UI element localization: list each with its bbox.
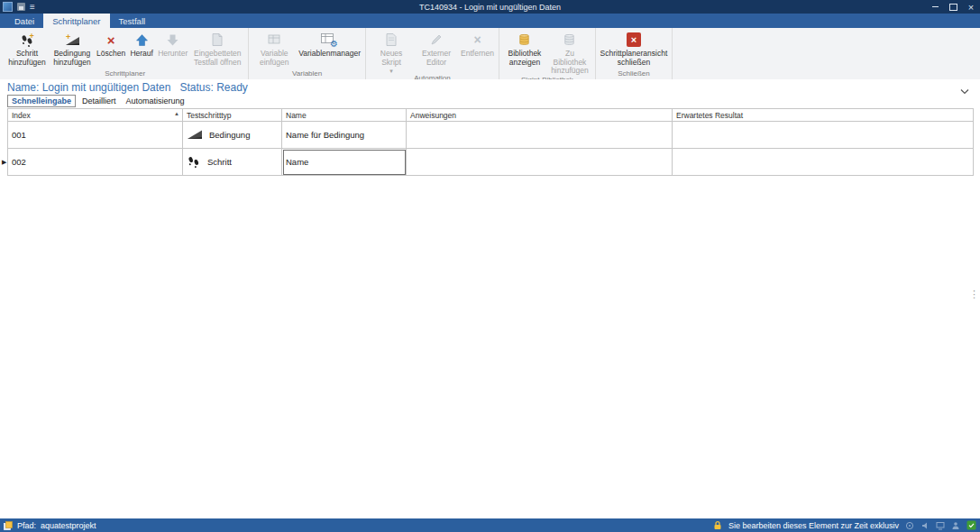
anweisungen-cell[interactable] — [407, 122, 673, 149]
exclusive-edit-message: Sie bearbeiten dieses Element zur Zeit e… — [728, 521, 899, 530]
testcase-header-bar: Name: Login mit ungültigen Daten Status:… — [0, 79, 980, 95]
erwartetes-resultat-cell[interactable] — [673, 122, 974, 149]
testcase-name-label: Name: Login mit ungültigen Daten — [7, 81, 170, 94]
button-label: Variable einfügen — [253, 50, 295, 67]
column-header-name[interactable]: Name — [282, 109, 407, 122]
monitor-icon[interactable] — [936, 521, 945, 530]
testschritttyp-value: Bedingung — [209, 130, 250, 140]
footsteps-add-icon: + — [20, 32, 35, 48]
herauf-button[interactable]: Herauf — [127, 29, 156, 59]
sort-ascending-icon: ▲ — [174, 111, 179, 116]
entfernen-button[interactable]: × Entfernen — [459, 29, 496, 59]
zu-bibliothek-hinzufuegen-button[interactable]: Zu Bibliothek hinzufügen — [547, 29, 592, 76]
anweisungen-cell[interactable] — [407, 149, 673, 176]
column-header-index[interactable]: Index ▲ — [8, 109, 183, 122]
tab-schnelleingabe[interactable]: Schnelleingabe — [7, 95, 76, 107]
ribbon-group-variablen: Variable einfügen ⚙ Variablenmanager Var… — [249, 28, 366, 79]
button-label: Eingebetteten Testfall öffnen — [191, 50, 243, 67]
close-button[interactable]: × — [962, 0, 980, 14]
button-label: Schritt hinzufügen — [6, 50, 48, 67]
ribbon: + Schritt hinzufügen + Bedingung hinzufü… — [0, 28, 980, 80]
tab-testfall[interactable]: Testfall — [110, 14, 155, 28]
externer-editor-button[interactable]: Externer Editor — [414, 29, 459, 67]
window-controls: × — [926, 0, 980, 14]
bedingung-wedge-icon — [187, 128, 203, 142]
ribbon-tab-strip: Datei Schrittplaner Testfall — [0, 14, 980, 28]
table-header-row: Index ▲ Testschritttyp Name Anweisungen … — [8, 109, 974, 122]
variable-manager-gear-icon: ⚙ — [321, 32, 339, 48]
tab-schrittplaner[interactable]: Schrittplaner — [43, 14, 109, 28]
variable-einfuegen-button[interactable]: Variable einfügen — [252, 29, 297, 67]
testschritttyp-cell[interactable]: Bedingung — [183, 122, 282, 149]
user-icon[interactable] — [951, 521, 960, 530]
testschritttyp-value: Schritt — [207, 157, 232, 167]
testschritttyp-cell[interactable]: Schritt — [183, 149, 282, 176]
minimize-button[interactable] — [926, 0, 944, 14]
button-label: Bibliothek anzeigen — [504, 50, 545, 67]
variable-grid-icon — [267, 32, 281, 48]
minimize-icon — [932, 6, 939, 7]
table-row-002: ▶ 002 Schritt Name — [8, 149, 974, 176]
ribbon-group-skript-bibliothek: Bibliothek anzeigen Zu Bibliothek hinzuf… — [499, 28, 596, 79]
loeschen-button[interactable]: × Löschen — [95, 29, 127, 59]
restore-button[interactable] — [944, 0, 962, 14]
schritt-hinzufuegen-button[interactable]: + Schritt hinzufügen — [5, 29, 50, 67]
splitter-overflow-icon[interactable]: ⋮ — [969, 289, 979, 299]
neues-skript-button[interactable]: Neues Skript ▾ — [369, 29, 414, 74]
sound-icon[interactable] — [920, 521, 930, 530]
index-value: 001 — [12, 130, 26, 140]
sync-status-green-icon[interactable] — [966, 520, 976, 530]
button-label: Löschen — [96, 50, 125, 59]
column-header-erwartetes-resultat[interactable]: Erwartetes Resultat — [673, 109, 974, 122]
button-label: Neues Skript — [371, 50, 412, 67]
index-value: 002 — [12, 157, 26, 167]
tab-datei[interactable]: Datei — [5, 14, 43, 28]
name-value: Name — [286, 157, 308, 167]
svg-text:⚙: ⚙ — [330, 39, 338, 48]
column-header-label: Name — [286, 111, 307, 120]
bedingung-hinzufuegen-button[interactable]: + Bedingung hinzufügen — [50, 29, 95, 67]
ribbon-group-label: Variablen — [252, 69, 362, 79]
index-cell[interactable]: ▶ 002 — [8, 149, 183, 176]
arrow-up-icon — [135, 32, 149, 48]
svg-text:+: + — [66, 32, 70, 41]
column-header-testschritttyp[interactable]: Testschritttyp — [183, 109, 282, 122]
library-database-add-icon — [562, 32, 577, 48]
tab-detailliert[interactable]: Detailliert — [78, 96, 120, 106]
button-label: Herunter — [158, 50, 188, 59]
new-script-icon — [384, 32, 398, 48]
quick-access-toolbar: ≡ — [0, 2, 35, 12]
menu-icon[interactable]: ≡ — [30, 3, 35, 12]
close-icon: × — [968, 2, 974, 13]
herunter-button[interactable]: Herunter — [156, 29, 189, 59]
name-cell-focused[interactable]: Name — [282, 149, 407, 176]
ribbon-group-schliessen: × Schrittplaneransicht schließen Schließ… — [596, 28, 673, 79]
tab-automatisierung[interactable]: Automatisierung — [123, 96, 188, 106]
eingebetteten-testfall-oeffnen-button[interactable]: Eingebetteten Testfall öffnen — [189, 29, 245, 67]
close-view-red-x-icon: × — [627, 32, 641, 48]
variablenmanager-button[interactable]: ⚙ Variablenmanager — [297, 29, 362, 59]
project-icon — [4, 521, 13, 530]
notification-icon[interactable] — [905, 521, 914, 530]
table-row-001: 001 Bedingung Name für Bedingung — [8, 122, 974, 149]
save-icon[interactable] — [17, 3, 25, 11]
index-cell[interactable]: 001 — [8, 122, 183, 149]
testcase-status-label: Status: Ready — [179, 81, 247, 94]
test-steps-table: Index ▲ Testschritttyp Name Anweisungen … — [7, 108, 974, 176]
app-icon[interactable] — [3, 2, 13, 12]
external-editor-pencil-icon — [429, 32, 444, 48]
name-cell[interactable]: Name für Bedingung — [282, 122, 407, 149]
column-header-anweisungen[interactable]: Anweisungen — [407, 109, 673, 122]
ribbon-group-label: Schließen — [599, 69, 669, 79]
erwartetes-resultat-cell[interactable] — [673, 149, 974, 176]
bibliothek-anzeigen-button[interactable]: Bibliothek anzeigen — [502, 29, 547, 67]
button-label: Herauf — [130, 50, 153, 59]
button-label: Zu Bibliothek hinzufügen — [549, 50, 591, 76]
statusbar: Pfad: aquatestprojekt Sie bearbeiten die… — [0, 518, 980, 532]
button-label: Schrittplaneransicht schließen — [600, 50, 668, 67]
schrittplaneransicht-schliessen-button[interactable]: × Schrittplaneransicht schließen — [599, 29, 669, 67]
ribbon-group-automation: Neues Skript ▾ Externer Editor × Entfern… — [366, 28, 499, 79]
collapse-chevron-icon[interactable] — [960, 82, 969, 98]
window-title: TC140934 - Login mit ungültigen Daten — [0, 3, 980, 12]
view-tabs: Schnelleingabe Detailliert Automatisieru… — [7, 95, 188, 107]
